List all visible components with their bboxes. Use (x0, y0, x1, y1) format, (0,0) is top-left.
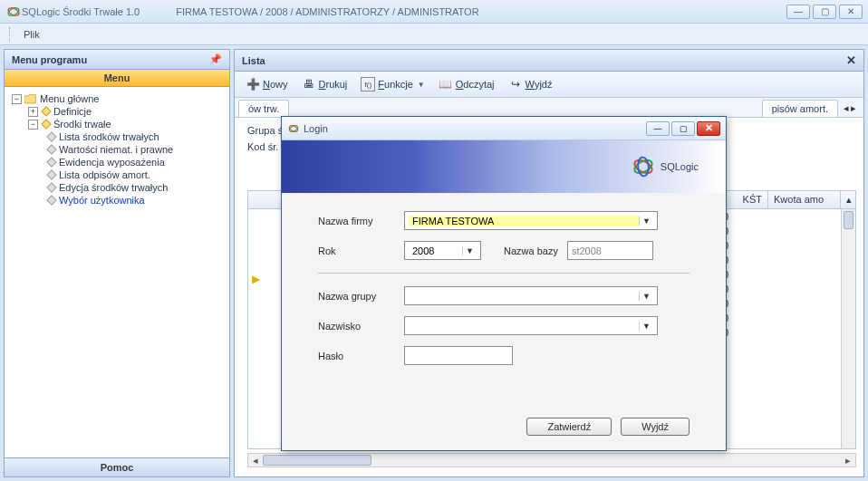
pomoc-band[interactable]: Pomoc (5, 457, 229, 476)
tab-prev-icon[interactable]: ◂ (844, 102, 849, 114)
menubar-handle (9, 27, 13, 42)
expand-icon[interactable]: + (28, 107, 38, 117)
content-title: Lista (242, 55, 265, 66)
sidebar: Menu programu 📌 Menu − Menu główne + Def… (4, 49, 230, 477)
app-title: SQLogic Środki Trwałe 1.0 (22, 6, 140, 17)
minimize-button[interactable]: — (786, 5, 810, 19)
tree-item[interactable]: Lista środków trwałych (8, 130, 226, 143)
dialog-buttons: Zatwierdź Wyjdź (282, 418, 726, 450)
brand-logo: SQLogic (632, 155, 699, 178)
toolbar-functions[interactable]: f()Funkcje▼ (355, 75, 429, 93)
tab-left[interactable]: ów trw. (238, 100, 289, 117)
dialog-banner: SQLogic (282, 140, 726, 193)
tree-item-label: Środki trwałe (53, 119, 111, 130)
dialog-body: Nazwa firmy FIRMA TESTOWA ▼ Rok 2008 ▼ N… (282, 193, 726, 394)
tree-item-label: Definicje (53, 106, 92, 117)
cancel-button[interactable]: Wyjdź (621, 418, 690, 436)
menu-file[interactable]: Plik (16, 26, 47, 43)
dialog-minimize-button[interactable]: — (646, 121, 670, 136)
col-kwota[interactable]: Kwota amo (768, 191, 841, 208)
diamond-icon (46, 169, 56, 179)
context-path: FIRMA TESTOWA / 2008 / ADMINISTRATORZY /… (176, 6, 478, 17)
rok-combo[interactable]: 2008 ▼ (404, 241, 481, 260)
tabs-row: ów trw. pisów amort. ◂ ▸ (235, 98, 863, 118)
tree-item[interactable]: Wartości niemat. i prawne (8, 143, 226, 156)
scroll-left-icon[interactable]: ◂ (248, 455, 263, 467)
brand-icon (632, 155, 655, 178)
chevron-down-icon[interactable]: ▼ (462, 246, 477, 255)
menubar: Plik (0, 24, 868, 45)
toolbar-read[interactable]: 📖Odczytaj (433, 75, 500, 93)
chevron-down-icon[interactable]: ▼ (639, 322, 653, 331)
diamond-icon (41, 106, 51, 116)
nazwisko-combo[interactable]: ▼ (404, 316, 658, 335)
dialog-close-button[interactable]: ✕ (697, 121, 720, 136)
tree-item-label: Wartości niemat. i prawne (59, 144, 173, 155)
toolbar-exit[interactable]: ↪Wyjdź (503, 75, 558, 93)
panel-close-icon[interactable]: ✕ (846, 53, 856, 67)
expand-icon[interactable]: − (12, 94, 22, 104)
toolbar-new[interactable]: ➕Nowy (240, 75, 294, 93)
scrollbar-thumb[interactable] (263, 455, 371, 466)
baza-label: Nazwa bazy (504, 245, 558, 256)
sidebar-title: Menu programu (12, 54, 87, 65)
confirm-button[interactable]: Zatwierdź (526, 418, 612, 436)
tree-item[interactable]: Lista odpisów amort. (8, 168, 226, 181)
toolbar-print[interactable]: 🖶Drukuj (296, 75, 353, 93)
dialog-logo-icon (287, 122, 300, 135)
login-dialog: Login — ▢ ✕ SQLogic Nazwa firmy FIRMA TE… (281, 116, 727, 451)
chevron-down-icon: ▼ (418, 81, 425, 89)
baza-field (567, 241, 653, 260)
scroll-right-icon[interactable]: ▸ (841, 455, 855, 467)
tree-srodki[interactable]: − Środki trwałe (8, 118, 226, 130)
tree-root[interactable]: − Menu główne (8, 92, 226, 105)
diamond-icon (46, 195, 56, 205)
diamond-icon (41, 119, 51, 129)
tab-right[interactable]: pisów amort. (762, 100, 838, 117)
content-header: Lista ✕ (235, 50, 863, 72)
tree-definicje[interactable]: + Definicje (8, 105, 226, 118)
separator (318, 273, 690, 274)
menu-band[interactable]: Menu (5, 70, 229, 87)
haslo-label: Hasło (318, 351, 404, 361)
tree-item-label: Ewidencja wyposażenia (59, 157, 165, 168)
firma-label: Nazwa firmy (318, 216, 404, 226)
grupa-combo[interactable]: ▼ (404, 286, 658, 305)
book-icon: 📖 (439, 77, 453, 91)
tab-next-icon[interactable]: ▸ (851, 102, 856, 114)
maximize-button[interactable]: ▢ (813, 5, 836, 19)
scrollbar-thumb[interactable] (844, 211, 854, 229)
dialog-title: Login (304, 123, 328, 134)
print-icon: 🖶 (302, 77, 316, 91)
chevron-down-icon[interactable]: ▼ (639, 292, 653, 301)
firma-combo[interactable]: FIRMA TESTOWA ▼ (404, 211, 658, 230)
vertical-scrollbar[interactable] (841, 209, 855, 448)
tree-item-selected[interactable]: Wybór użytkownika (8, 194, 226, 207)
brand-text: SQLogic (661, 161, 699, 172)
dialog-titlebar[interactable]: Login — ▢ ✕ (282, 117, 726, 140)
exit-icon: ↪ (508, 77, 523, 91)
col-scroll-spacer: ▴ (841, 191, 855, 208)
dialog-maximize-button[interactable]: ▢ (671, 121, 695, 136)
expand-icon[interactable]: − (28, 120, 38, 130)
diamond-icon (46, 131, 56, 141)
folder-icon (24, 94, 37, 104)
tree-item-label: Wybór użytkownika (59, 195, 145, 206)
diamond-icon (46, 144, 56, 154)
tree-item[interactable]: Edycja środków trwałych (8, 181, 226, 194)
toolbar: ➕Nowy 🖶Drukuj f()Funkcje▼ 📖Odczytaj ↪Wyj… (235, 72, 863, 98)
tree-item-label: Edycja środków trwałych (59, 182, 168, 193)
horizontal-scrollbar[interactable]: ◂ ▸ (247, 453, 856, 467)
close-button[interactable]: ✕ (839, 5, 863, 19)
new-icon: ➕ (246, 77, 260, 91)
chevron-down-icon[interactable]: ▼ (639, 216, 653, 226)
tree-item-label: Lista odpisów amort. (59, 169, 150, 180)
grupa-label: Nazwa grupy (318, 291, 404, 302)
tree-item[interactable]: Ewidencja wyposażenia (8, 156, 226, 168)
pin-icon[interactable]: 📌 (209, 53, 222, 65)
diamond-icon (46, 182, 56, 192)
col-kst[interactable]: KŚT (738, 191, 768, 208)
haslo-field[interactable] (404, 346, 513, 365)
window-titlebar: SQLogic Środki Trwałe 1.0 FIRMA TESTOWA … (0, 0, 868, 24)
tree: − Menu główne + Definicje − Środki trwał… (5, 87, 229, 457)
